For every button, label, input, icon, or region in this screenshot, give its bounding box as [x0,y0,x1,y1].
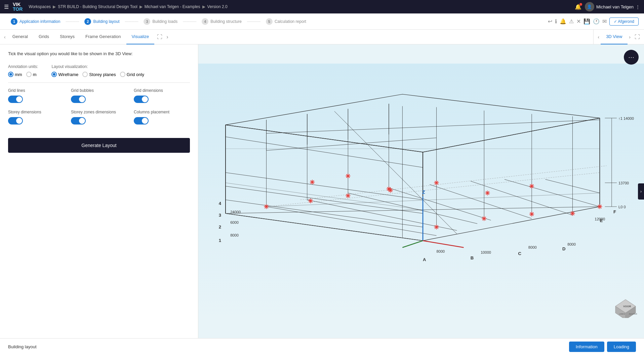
svg-text:6000: 6000 [230,220,239,224]
tab-prev-arrow[interactable]: ‹ [3,33,7,41]
toggle-columns-placement: Columns placement ✓ [134,110,190,125]
nav-cube[interactable]: VOOR LINKS ACHTER [614,294,637,318]
form-row-top: Annotation units: mm m Layout visualizat… [8,64,190,77]
radio-storey-planes-circle[interactable] [82,72,88,77]
step-num-2: 2 [84,18,91,25]
step-sep-3: ———— [183,20,196,23]
annotation-units-group: Annotation units: mm m [8,64,38,77]
toggle-grid-bubbles: Grid bubbles ✓ [71,88,127,103]
loading-button[interactable]: Loading [607,342,636,352]
info-icon[interactable]: ℹ [555,18,557,25]
left-panel: Tick the visual option you would like to… [0,44,198,338]
avatar: 👤 [585,2,594,11]
notification-icon[interactable]: 🔔 [575,4,581,10]
radio-wireframe[interactable]: Wireframe [51,72,78,77]
svg-text:↑1 14000: ↑1 14000 [618,116,634,120]
radio-grid-only[interactable]: Grid only [120,72,144,77]
svg-text:VOOR: VOOR [623,305,631,308]
view-expand-icon[interactable]: ⛶ [633,33,641,41]
svg-rect-0 [198,64,644,319]
bottom-right-actions: Information Loading [569,342,636,352]
toggle-grid-lines-switch[interactable]: ✓ [8,96,23,103]
view-prev-arrow[interactable]: ‹ [596,33,601,41]
tab-visualize[interactable]: Visualize [126,30,155,44]
user-menu[interactable]: 👤 Michael van Telgen ⋮ [585,2,640,11]
svg-text:3: 3 [219,213,221,218]
history-icon[interactable]: 🕐 [593,18,600,25]
tab-frame-generation[interactable]: Frame Generation [80,30,126,44]
tab-more-icon[interactable]: › [165,33,169,41]
generate-layout-button[interactable]: Generate Layout [8,138,190,153]
toggle-storey-zones-switch[interactable]: ✓ [71,117,86,125]
view-next-arrow[interactable]: › [628,33,632,41]
radio-m-circle[interactable] [26,72,32,77]
undo-icon[interactable]: ↩ [548,18,552,25]
information-button[interactable]: Information [569,342,604,352]
wireframe-3d-view[interactable]: Z 1 2 3 4 A B C D E F 8000 10000 8000 80… [198,44,644,338]
step-4[interactable]: 4 Building structure [196,18,247,25]
radio-storey-planes-label: Storey planes [89,72,116,77]
radio-grid-only-circle[interactable] [120,72,125,77]
breadcrumb-version[interactable]: Version 2.0 [207,4,228,9]
svg-text:8000: 8000 [528,245,537,249]
view-section: ‹ 3D View › ⛶ [593,30,641,44]
tab-3d-view[interactable]: 3D View [601,30,628,44]
radio-mm[interactable]: mm [8,72,22,77]
mail-icon[interactable]: ✉ [602,18,607,25]
top-nav: ☰ VIK TOR Workspaces ▶ STR BUILD - Build… [0,0,644,13]
tab-storeys[interactable]: Storeys [54,30,80,44]
logo-bottom: TOR [13,7,23,11]
logo: VIK TOR [13,2,23,11]
svg-text:8000: 8000 [230,233,239,237]
close-icon[interactable]: ✕ [576,18,581,25]
radio-m[interactable]: m [26,72,37,77]
radio-mm-circle[interactable] [8,72,13,77]
toggle-grid-dimensions-label: Grid dimensions [134,88,190,93]
svg-text:B: B [471,255,474,260]
bottom-bar: Building layout Information Loading [0,338,644,355]
svg-text:12000: 12000 [595,217,605,221]
radio-grid-only-label: Grid only [127,72,144,77]
step-sep-2: ———— [125,20,138,23]
svg-text:10000: 10000 [481,250,491,254]
nav-right-icons: 🔔 👤 Michael van Telgen ⋮ [575,2,640,11]
svg-text:2: 2 [219,224,221,229]
radio-wireframe-circle[interactable] [51,72,57,77]
breadcrumb-app[interactable]: STR BUILD - Building Structural Design T… [58,4,137,9]
toggle-check-icon-4: ✓ [18,118,21,122]
toggle-columns-placement-switch[interactable]: ✓ [134,117,149,125]
tab-grids[interactable]: Grids [33,30,54,44]
step-2[interactable]: 2 Building layout [79,18,125,25]
hamburger-icon[interactable]: ☰ [4,4,9,10]
svg-text:L0 0: L0 0 [618,205,626,209]
step-label-2: Building layout [93,19,119,24]
toggle-storey-dimensions-switch[interactable]: ✓ [8,117,23,125]
tab-row: ‹ General Grids Storeys Frame Generation… [0,30,644,44]
collapse-panel-button[interactable]: › [638,183,644,200]
afgerond-button[interactable]: ✓ Afgerond [609,17,639,26]
step-num-3: 3 [144,18,150,25]
toggle-grid-dimensions-switch[interactable]: ✓ [134,96,149,103]
bell-icon[interactable]: 🔔 [560,18,566,25]
toggle-grid-bubbles-switch[interactable]: ✓ [71,96,86,103]
step-3[interactable]: 3 Building loads [138,18,183,25]
save-icon[interactable]: 💾 [583,18,590,25]
toggle-storey-zones: Storey zones dimensions ✓ [71,110,127,125]
toggle-grid-dimensions: Grid dimensions ✓ [134,88,190,103]
toggle-columns-placement-label: Columns placement [134,110,190,114]
toggle-grid-bubbles-label: Grid bubbles [71,88,127,93]
step-num-4: 4 [202,18,208,25]
breadcrumb-examples[interactable]: Michael van Telgen - Examples [145,4,200,9]
breadcrumb-workspaces[interactable]: Workspaces [29,4,51,9]
toggle-check-icon-3: ✓ [144,97,147,101]
radio-storey-planes[interactable]: Storey planes [82,72,116,77]
svg-text:F: F [613,209,616,214]
tab-general[interactable]: General [7,30,33,44]
step-5[interactable]: 5 Calculation report [260,18,312,25]
svg-text:A: A [423,257,426,262]
step-1[interactable]: 1 Application information [5,18,66,25]
tab-expand-icon[interactable]: ⛶ [156,33,164,41]
bottom-title: Building layout [8,344,569,349]
fab-menu-button[interactable]: ⋯ [624,50,639,65]
warning-icon[interactable]: ⚠ [569,18,574,25]
